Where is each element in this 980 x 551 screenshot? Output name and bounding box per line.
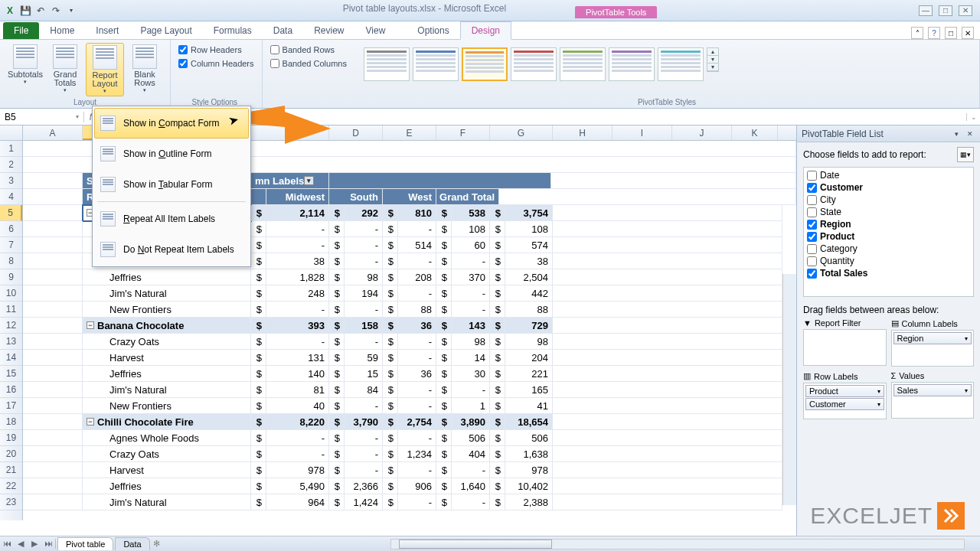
cell[interactable]: $ xyxy=(329,398,345,414)
cell[interactable]: $ xyxy=(436,318,452,334)
cell[interactable] xyxy=(553,205,782,221)
cell[interactable]: 8,220 xyxy=(266,414,329,430)
cell[interactable]: 906 xyxy=(398,478,436,494)
cell[interactable]: - xyxy=(398,430,436,446)
style-thumb-selected[interactable] xyxy=(462,47,508,81)
cell[interactable]: $ xyxy=(383,334,398,350)
row-header[interactable]: 2 xyxy=(0,157,22,173)
cell[interactable]: $ xyxy=(329,318,345,334)
cell[interactable]: 514 xyxy=(398,237,436,253)
field-checkbox[interactable]: Quantity xyxy=(805,255,972,267)
cell[interactable]: $ xyxy=(490,494,505,510)
cell[interactable]: - xyxy=(452,253,490,269)
row-header[interactable]: 22 xyxy=(0,478,22,494)
col-header[interactable]: A xyxy=(23,126,83,140)
tab-file[interactable]: File xyxy=(3,22,39,39)
help-icon[interactable]: ? xyxy=(928,27,940,39)
row-header[interactable]: 3 xyxy=(0,173,22,189)
name-box[interactable]: B5▾ xyxy=(0,112,84,122)
cell[interactable]: $ xyxy=(329,221,345,237)
cell[interactable]: $ xyxy=(383,366,398,382)
cell[interactable] xyxy=(23,414,83,430)
cell[interactable] xyxy=(553,237,782,253)
cell[interactable]: $ xyxy=(490,350,505,366)
col-header[interactable]: G xyxy=(490,126,553,140)
cell[interactable] xyxy=(553,414,782,430)
cell[interactable]: Jim's Natural xyxy=(83,494,251,510)
col-header[interactable]: E xyxy=(383,126,436,140)
cell[interactable]: $ xyxy=(436,414,452,430)
cell[interactable]: - xyxy=(266,237,329,253)
styles-gallery[interactable]: ▴▾▾ xyxy=(361,43,973,96)
cell[interactable]: 36 xyxy=(398,318,436,334)
cell[interactable]: 59 xyxy=(345,350,383,366)
cell[interactable]: 60 xyxy=(452,237,490,253)
cell[interactable] xyxy=(553,478,782,494)
row-header[interactable]: 23 xyxy=(0,494,22,510)
subtotals-button[interactable]: Subtotals▾ xyxy=(6,43,44,96)
cell[interactable]: $ xyxy=(436,237,452,253)
cell[interactable] xyxy=(23,446,83,462)
cell[interactable]: $ xyxy=(329,302,345,318)
cell[interactable]: $ xyxy=(251,462,266,478)
tab-page-layout[interactable]: Page Layout xyxy=(129,22,202,39)
cell[interactable]: - xyxy=(398,221,436,237)
cell[interactable]: $ xyxy=(329,237,345,253)
grand-totals-button[interactable]: Grand Totals▾ xyxy=(46,43,84,96)
col-header[interactable]: J xyxy=(672,126,732,140)
col-header[interactable]: H xyxy=(553,126,612,140)
sheet-tab[interactable]: Data xyxy=(115,537,149,550)
cell[interactable]: 1,234 xyxy=(398,446,436,462)
cell[interactable]: 204 xyxy=(505,350,553,366)
style-thumb[interactable] xyxy=(511,47,557,81)
cell[interactable]: - xyxy=(266,430,329,446)
cell[interactable]: Harvest xyxy=(83,462,251,478)
tab-design[interactable]: Design xyxy=(460,21,511,40)
cell[interactable] xyxy=(23,253,83,269)
tab-home[interactable]: Home xyxy=(39,22,85,39)
blank-rows-button[interactable]: Blank Rows▾ xyxy=(126,43,164,96)
cell[interactable]: $ xyxy=(436,494,452,510)
cell[interactable]: $ xyxy=(251,334,266,350)
cell[interactable]: - xyxy=(345,430,383,446)
field-checkbox[interactable]: State xyxy=(805,206,972,218)
cell[interactable]: 194 xyxy=(345,285,383,302)
cell[interactable]: $ xyxy=(329,478,345,494)
cell[interactable]: - xyxy=(452,302,490,318)
row-header[interactable]: 4 xyxy=(0,189,22,205)
new-sheet-icon[interactable]: ✻ xyxy=(153,539,160,549)
cell[interactable]: $ xyxy=(383,494,398,510)
cell[interactable]: $ xyxy=(251,269,266,285)
cell[interactable]: $ xyxy=(436,205,452,221)
cell[interactable]: 2,114 xyxy=(266,205,329,221)
cell[interactable]: $ xyxy=(383,221,398,237)
cell[interactable]: $ xyxy=(490,253,505,269)
cell[interactable]: $ xyxy=(383,414,398,430)
cell[interactable]: - xyxy=(345,398,383,414)
style-thumb[interactable] xyxy=(658,47,704,81)
cell[interactable]: 393 xyxy=(266,318,329,334)
cell[interactable]: - xyxy=(266,221,329,237)
cell[interactable]: - xyxy=(398,253,436,269)
cell[interactable] xyxy=(23,285,83,302)
field-checkbox[interactable]: Date xyxy=(805,169,972,181)
cell[interactable]: $ xyxy=(329,414,345,430)
cell[interactable]: 370 xyxy=(452,269,490,285)
cell[interactable]: Crazy Oats xyxy=(83,334,251,350)
menu-no-repeat-labels[interactable]: Do Not Repeat Item Labels xyxy=(94,234,249,265)
cell[interactable]: 3,890 xyxy=(452,414,490,430)
row-header[interactable]: 11 xyxy=(0,302,22,318)
column-headers-checkbox[interactable] xyxy=(178,59,188,68)
row-headers-checkbox[interactable] xyxy=(178,45,188,54)
cell[interactable]: 574 xyxy=(505,237,553,253)
cell[interactable]: - xyxy=(266,446,329,462)
cell[interactable]: - xyxy=(452,285,490,302)
cell[interactable] xyxy=(553,430,782,446)
cell[interactable]: $ xyxy=(329,334,345,350)
cell[interactable]: - xyxy=(398,334,436,350)
cell[interactable]: South xyxy=(329,189,383,205)
cell[interactable]: 98 xyxy=(452,334,490,350)
tab-formulas[interactable]: Formulas xyxy=(203,22,263,39)
cell[interactable]: $ xyxy=(490,237,505,253)
cell[interactable]: $ xyxy=(329,350,345,366)
